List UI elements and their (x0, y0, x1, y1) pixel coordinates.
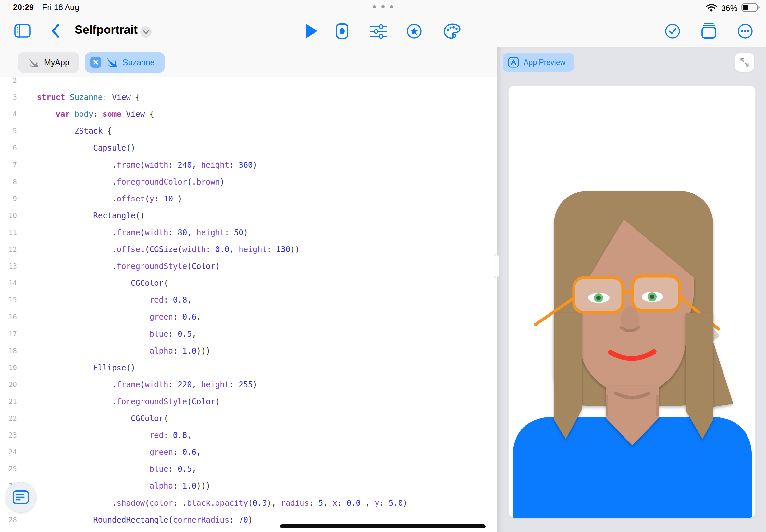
pane-resize-handle[interactable] (494, 254, 499, 278)
line-number: 4 (0, 106, 17, 123)
code-line[interactable]: 4var body: some View { (0, 106, 497, 123)
close-x-icon (93, 59, 99, 65)
code-line[interactable]: 15red: 0.8, (0, 292, 497, 308)
snippet-list-icon (12, 490, 29, 504)
chevron-down-icon (142, 30, 150, 35)
home-indicator[interactable] (280, 524, 486, 528)
code-line[interactable]: 26alpha: 1.0))) (0, 478, 497, 494)
code-line[interactable]: 23red: 0.8, (0, 427, 497, 444)
back-button[interactable] (49, 23, 62, 39)
tab-label: Suzanne (123, 58, 155, 67)
code-line[interactable]: 2 (0, 77, 497, 89)
line-number: 9 (0, 190, 17, 207)
star-circle-icon (407, 23, 422, 39)
preview-panel: App Preview (497, 47, 766, 532)
line-number: 11 (0, 224, 17, 241)
guide-star-button[interactable] (407, 23, 422, 39)
windows-stack-icon (700, 23, 717, 39)
content: MyApp Suzanne 23struct Suzanne: View {4v… (0, 47, 766, 532)
line-number: 12 (0, 241, 17, 258)
app-preview-toggle[interactable]: App Preview (503, 53, 574, 72)
tab-label: MyApp (44, 58, 69, 67)
tab-strip: MyApp Suzanne (0, 47, 497, 77)
line-number: 5 (0, 123, 17, 139)
code-line[interactable]: 16green: 0.6, (0, 308, 497, 325)
live-preview-button[interactable] (335, 23, 348, 39)
status-bar: 20:29 Fri 18 Aug 36% (0, 0, 766, 15)
code-line[interactable]: 3struct Suzanne: View { (0, 89, 497, 106)
battery-icon (741, 3, 760, 13)
expand-preview-button[interactable] (735, 53, 754, 72)
battery-percent: 36% (721, 4, 737, 13)
appearance-palette-button[interactable] (444, 23, 461, 39)
code-line[interactable]: 9.offset(y: 10 ) (0, 190, 497, 207)
line-number: 2 (0, 77, 17, 89)
code-line[interactable]: 5ZStack { (0, 123, 497, 139)
line-number: 19 (0, 359, 17, 376)
close-tab-button[interactable] (90, 57, 101, 68)
code-area[interactable]: 23struct Suzanne: View {4var body: some … (0, 77, 497, 532)
settings-sliders-button[interactable] (370, 24, 387, 39)
code-line[interactable]: 13.foregroundStyle(Color( (0, 258, 497, 275)
sidebar-toggle-button[interactable] (14, 24, 30, 38)
app-preview-canvas (508, 85, 756, 518)
line-number: 17 (0, 326, 17, 343)
line-number: 22 (0, 410, 17, 427)
check-circle-icon (665, 23, 680, 39)
code-line[interactable]: 27.shadow(color: .black.opacity(0.3), ra… (0, 495, 497, 512)
line-number: 13 (0, 258, 17, 275)
line-number: 6 (0, 139, 17, 156)
code-line[interactable]: 6Capsule() (0, 139, 497, 156)
code-line[interactable]: 12.offset(CGSize(width: 0.0, height: 130… (0, 241, 497, 258)
line-number: 10 (0, 207, 17, 224)
left-eye (588, 293, 610, 303)
play-icon (304, 24, 318, 39)
selfportrait-drawing (509, 86, 756, 518)
line-number: 8 (0, 174, 17, 190)
line-number: 28 (0, 512, 17, 528)
clock-time: 20:29 (13, 3, 34, 12)
tab-suzanne[interactable]: Suzanne (85, 52, 164, 73)
code-line[interactable]: 25blue: 0.5, (0, 461, 497, 478)
code-line[interactable]: 17blue: 0.5, (0, 326, 497, 343)
app-preview-icon (508, 57, 519, 68)
code-line[interactable]: 18alpha: 1.0))) (0, 343, 497, 359)
swift-bird-icon (106, 56, 118, 68)
code-line[interactable]: 7.frame(width: 240, height: 360) (0, 157, 497, 174)
windows-button[interactable] (700, 23, 717, 39)
palette-icon (444, 23, 461, 39)
code-line[interactable]: 14CGColor( (0, 275, 497, 292)
header: 20:29 Fri 18 Aug 36% (0, 0, 766, 47)
check-syntax-button[interactable] (665, 23, 680, 39)
code-line[interactable]: 10Rectangle() (0, 207, 497, 224)
code-line[interactable]: 8.foregroundColor(.brown) (0, 174, 497, 190)
record-preview-icon (335, 23, 348, 39)
line-number: 18 (0, 343, 17, 359)
line-number: 3 (0, 89, 17, 106)
code-line[interactable]: 11.frame(width: 80, height: 50) (0, 224, 497, 241)
glasses-bridge (623, 291, 633, 292)
code-line[interactable]: 19Ellipse() (0, 359, 497, 376)
line-number: 7 (0, 157, 17, 174)
line-number: 16 (0, 308, 17, 325)
swift-bird-icon (28, 56, 39, 68)
wifi-icon (706, 3, 717, 13)
multitasking-dots-icon[interactable] (372, 5, 394, 8)
app-preview-label: App Preview (524, 58, 565, 67)
title-menu-button[interactable] (140, 26, 152, 38)
code-line[interactable]: 22CGColor( (0, 410, 497, 427)
code-line[interactable]: 21.foregroundStyle(Color( (0, 393, 497, 410)
line-number: 23 (0, 427, 17, 444)
code-line[interactable]: 20.frame(width: 220, height: 255) (0, 376, 497, 393)
toolbar: Selfportrait (0, 15, 766, 47)
run-button[interactable] (304, 24, 318, 39)
code-line[interactable]: 24green: 0.6, (0, 444, 497, 461)
tab-myapp[interactable]: MyApp (18, 52, 79, 73)
code-editor-pane: MyApp Suzanne 23struct Suzanne: View {4v… (0, 47, 497, 532)
sliders-icon (370, 24, 387, 39)
snippets-floating-button[interactable] (6, 482, 36, 513)
more-options-button[interactable] (737, 23, 753, 39)
clock-date: Fri 18 Aug (42, 3, 79, 12)
line-number: 20 (0, 376, 17, 393)
line-number: 21 (0, 393, 17, 410)
